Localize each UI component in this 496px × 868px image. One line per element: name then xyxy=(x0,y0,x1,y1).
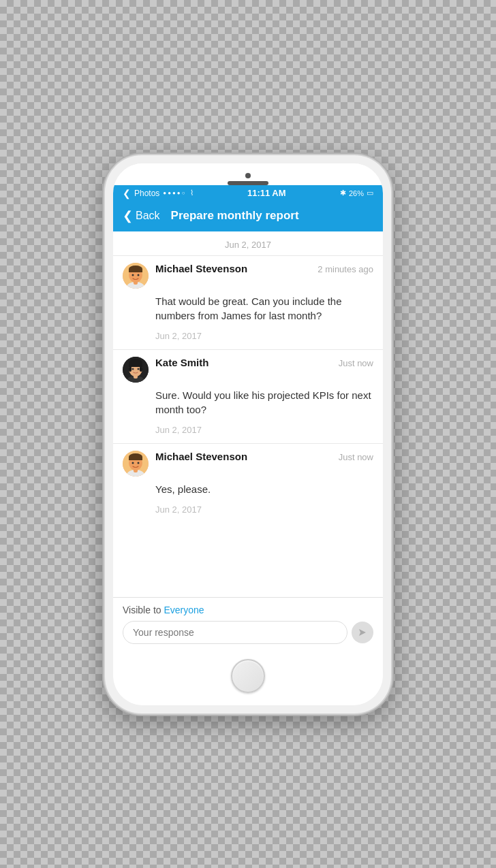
message-time-2: Just now xyxy=(339,358,373,368)
date-separator-1: Jun 2, 2017 xyxy=(113,231,383,255)
message-date-2: Jun 2, 2017 xyxy=(123,422,373,443)
message-author-1: Michael Stevenson xyxy=(155,263,247,274)
phone-bottom-bezel xyxy=(113,652,383,705)
svg-point-17 xyxy=(138,368,140,370)
status-photos-label: Photos xyxy=(134,189,159,198)
svg-rect-5 xyxy=(129,269,142,272)
signal-dots: ●●●●○ xyxy=(163,190,186,196)
message-author-3: Michael Stevenson xyxy=(155,451,247,462)
svg-point-7 xyxy=(138,274,140,276)
back-label: Back xyxy=(136,210,160,222)
message-header-3: Michael Stevenson Just now xyxy=(123,451,373,477)
message-time-3: Just now xyxy=(339,452,373,462)
list-item: Michael Stevenson Just now Yes, please. … xyxy=(113,443,383,523)
svg-point-16 xyxy=(132,368,134,370)
bluetooth-icon: ✱ xyxy=(340,189,346,197)
back-chevron-icon: ❮ xyxy=(123,208,133,223)
back-button[interactable]: ❮ Back xyxy=(123,208,160,223)
avatar xyxy=(123,263,149,289)
message-header-2: Kate Smith Just now xyxy=(123,357,373,383)
battery-percent: 26% xyxy=(349,189,364,197)
svg-rect-14 xyxy=(129,366,131,372)
visible-to-label: Visible to xyxy=(123,605,161,615)
message-date-3: Jun 2, 2017 xyxy=(123,502,373,523)
front-camera xyxy=(245,173,251,178)
status-back-arrow: ❮ xyxy=(123,188,131,199)
send-icon xyxy=(357,627,368,638)
battery-icon: ▭ xyxy=(367,189,373,197)
message-text-3: Yes, please. xyxy=(123,482,373,502)
list-item: Kate Smith Just now Sure. Would you like… xyxy=(113,349,383,443)
phone-top-bezel xyxy=(113,163,383,185)
home-button[interactable] xyxy=(231,659,265,693)
response-input[interactable] xyxy=(123,621,347,644)
avatar xyxy=(123,357,149,383)
message-list: Jun 2, 2017 xyxy=(113,231,383,597)
message-meta-3: Michael Stevenson Just now xyxy=(155,451,373,462)
svg-rect-15 xyxy=(140,366,142,372)
message-time-1: 2 minutes ago xyxy=(317,264,373,274)
svg-rect-13 xyxy=(129,363,142,367)
wifi-icon: ⌇ xyxy=(190,189,193,197)
message-date-1: Jun 2, 2017 xyxy=(123,328,373,349)
send-button[interactable] xyxy=(352,622,373,643)
message-header-1: Michael Stevenson 2 minutes ago xyxy=(123,263,373,289)
status-time: 11:11 AM xyxy=(247,188,286,198)
svg-point-6 xyxy=(132,274,134,276)
svg-point-25 xyxy=(138,462,140,464)
nav-bar: ❮ Back Prepare monthly report xyxy=(113,202,383,231)
visible-to-link[interactable]: Everyone xyxy=(164,605,204,615)
list-item: Michael Stevenson 2 minutes ago That wou… xyxy=(113,255,383,349)
status-bar: ❮ Photos ●●●●○ ⌇ 11:11 AM ✱ 26% ▭ xyxy=(113,185,383,202)
message-text-2: Sure. Would you like his projected KPIs … xyxy=(123,388,373,422)
response-input-row xyxy=(123,621,373,644)
visible-to-row: Visible to Everyone xyxy=(123,605,373,615)
message-text-1: That would be great. Can you include the… xyxy=(123,294,373,328)
message-author-2: Kate Smith xyxy=(155,357,208,368)
message-meta-1: Michael Stevenson 2 minutes ago xyxy=(155,263,373,274)
message-meta-2: Kate Smith Just now xyxy=(155,357,373,368)
svg-rect-23 xyxy=(129,457,142,460)
svg-point-24 xyxy=(132,462,134,464)
status-left: ❮ Photos ●●●●○ ⌇ xyxy=(123,188,193,199)
bottom-area: Visible to Everyone xyxy=(113,597,383,652)
avatar xyxy=(123,451,149,477)
page-title: Prepare monthly report xyxy=(171,209,299,223)
status-right: ✱ 26% ▭ xyxy=(340,189,373,197)
